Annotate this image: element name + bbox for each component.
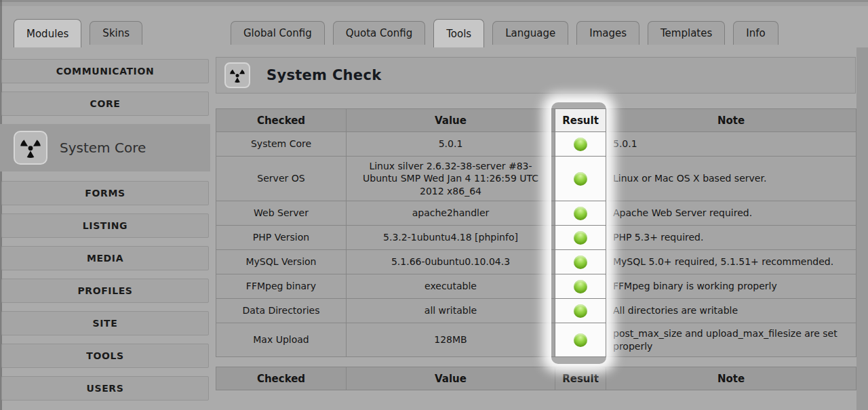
panel-header: System Check xyxy=(216,57,856,94)
sidebar-item-label: USERS xyxy=(87,383,124,394)
tab-label: Modules xyxy=(26,28,68,40)
note-cell: Linux or Mac OS X based server. xyxy=(606,157,856,201)
column-header-result: Result xyxy=(555,109,606,132)
checked-cell: Server OS xyxy=(216,157,347,201)
result-cell xyxy=(555,299,606,323)
table-row: Max Upload 128MB post_max_size and uploa… xyxy=(216,323,856,357)
php-version-value[interactable]: 5.3.2-1ubuntu4.18 [phpinfo] xyxy=(347,226,555,250)
value-cell: 5.0.1 xyxy=(347,132,555,157)
tab-group-right: Global Config Quota Config Tools Languag… xyxy=(231,19,787,47)
tab-label: Skins xyxy=(102,27,130,39)
sidebar-item-system-core[interactable]: System Core xyxy=(0,124,210,171)
tab-modules[interactable]: Modules xyxy=(14,19,81,47)
value-cell: 5.1.66-0ubuntu0.10.04.3 xyxy=(347,250,555,274)
checked-cell: PHP Version xyxy=(216,226,347,250)
note-cell: MySQL 5.0+ required, 5.1.51+ recommended… xyxy=(606,250,856,274)
sidebar-item-label: COMMUNICATION xyxy=(56,66,155,77)
sidebar-item-media[interactable]: MEDIA xyxy=(1,246,209,270)
page-title: System Check xyxy=(267,67,381,83)
tab-label: Templates xyxy=(660,27,712,39)
result-cell xyxy=(555,157,606,201)
status-ok-icon xyxy=(574,231,587,245)
tab-templates[interactable]: Templates xyxy=(648,21,725,45)
table-row: Web Server apache2handler Apache Web Ser… xyxy=(216,201,856,226)
note-cell: All directories are writable xyxy=(606,299,856,323)
sidebar-item-site[interactable]: SITE xyxy=(1,311,209,335)
sidebar-item-forms[interactable]: FORMS xyxy=(1,181,209,205)
checked-cell: FFMpeg binary xyxy=(216,274,347,299)
table-row: PHP Version 5.3.2-1ubuntu4.18 [phpinfo] … xyxy=(216,226,856,250)
tab-skins[interactable]: Skins xyxy=(90,21,142,45)
checked-cell: Max Upload xyxy=(216,323,347,357)
checked-cell: Data Directories xyxy=(216,299,347,323)
tab-label: Global Config xyxy=(243,27,312,39)
tab-group-left: Modules Skins xyxy=(14,19,151,47)
sidebar-item-label: System Core xyxy=(60,140,146,156)
status-ok-icon xyxy=(574,280,587,293)
table-row: FFMpeg binary executable FFMpeg binary i… xyxy=(216,274,856,299)
value-cell: 128MB xyxy=(347,323,555,357)
sidebar-item-label: FORMS xyxy=(85,188,125,199)
table-header-row: Checked Value Result Note xyxy=(216,109,856,132)
checked-cell: System Core xyxy=(216,132,347,157)
tab-info[interactable]: Info xyxy=(733,21,778,45)
sidebar-item-core[interactable]: CORE xyxy=(1,91,209,116)
status-ok-icon xyxy=(574,207,587,220)
table-row: Data Directories all writable All direct… xyxy=(216,299,856,323)
checked-cell: MySQL Version xyxy=(216,250,347,274)
value-cell: executable xyxy=(347,274,555,299)
system-check-table: Checked Value Result Note System Core 5.… xyxy=(216,108,856,357)
radiation-icon xyxy=(224,62,250,88)
sidebar-item-label: MEDIA xyxy=(87,253,123,264)
column-footer-note: Note xyxy=(606,367,856,390)
note-cell: Apache Web Server required. xyxy=(606,201,856,226)
top-tab-bar: Modules Skins Global Config Quota Config… xyxy=(0,19,868,47)
tab-images[interactable]: Images xyxy=(576,21,639,45)
status-ok-icon xyxy=(574,138,587,151)
column-footer-checked: Checked xyxy=(216,367,347,390)
table-footer-row: Checked Value Result Note xyxy=(216,367,856,390)
note-cell: 5.0.1 xyxy=(606,132,856,157)
result-cell xyxy=(555,201,606,226)
app-window: Modules Skins Global Config Quota Config… xyxy=(0,0,868,410)
sidebar-item-users[interactable]: USERS xyxy=(1,376,209,401)
sidebar-item-label: LISTING xyxy=(83,220,127,231)
tab-label: Info xyxy=(746,27,765,39)
column-footer-result: Result xyxy=(555,367,606,390)
status-ok-icon xyxy=(574,255,587,269)
note-cell: PHP 5.3+ required. xyxy=(606,226,856,250)
tab-label: Tools xyxy=(446,28,471,40)
sidebar-item-label: TOOLS xyxy=(86,350,123,361)
sidebar-item-tools[interactable]: TOOLS xyxy=(1,344,209,368)
column-header-note: Note xyxy=(606,109,856,132)
sidebar-item-label: PROFILES xyxy=(77,285,132,296)
window-top-edge xyxy=(0,0,868,6)
tab-language[interactable]: Language xyxy=(492,21,568,45)
module-sidebar: COMMUNICATION CORE System Core FORMS LIS… xyxy=(0,59,210,409)
status-ok-icon xyxy=(574,333,587,347)
table-row: System Core 5.0.1 5.0.1 xyxy=(216,132,856,157)
note-cell: FFMpeg binary is working properly xyxy=(606,274,856,299)
tab-tools[interactable]: Tools xyxy=(433,19,484,47)
table-row: MySQL Version 5.1.66-0ubuntu0.10.04.3 My… xyxy=(216,250,856,274)
value-cell: apache2handler xyxy=(347,201,555,226)
tab-quota-config[interactable]: Quota Config xyxy=(333,21,425,45)
value-cell: Linux silver 2.6.32-38-server #83-Ubuntu… xyxy=(347,157,555,201)
result-cell xyxy=(555,274,606,299)
table-row: Server OS Linux silver 2.6.32-38-server … xyxy=(216,157,856,201)
status-ok-icon xyxy=(574,172,587,186)
sidebar-item-communication[interactable]: COMMUNICATION xyxy=(1,59,209,83)
tab-label: Language xyxy=(505,27,555,39)
result-cell xyxy=(555,250,606,274)
note-cell: post_max_size and upload_max_filesize ar… xyxy=(606,323,856,357)
value-cell: all writable xyxy=(347,299,555,323)
sidebar-item-label: CORE xyxy=(90,98,121,109)
result-cell xyxy=(555,132,606,157)
sidebar-item-profiles[interactable]: PROFILES xyxy=(1,279,209,303)
system-check-table-footer: Checked Value Result Note xyxy=(216,367,856,390)
checked-cell: Web Server xyxy=(216,201,347,226)
column-header-checked: Checked xyxy=(216,109,347,132)
sidebar-item-listing[interactable]: LISTING xyxy=(1,213,209,238)
system-check-panel: System Check Checked Value Result Note S… xyxy=(216,57,856,390)
tab-global-config[interactable]: Global Config xyxy=(231,21,325,45)
